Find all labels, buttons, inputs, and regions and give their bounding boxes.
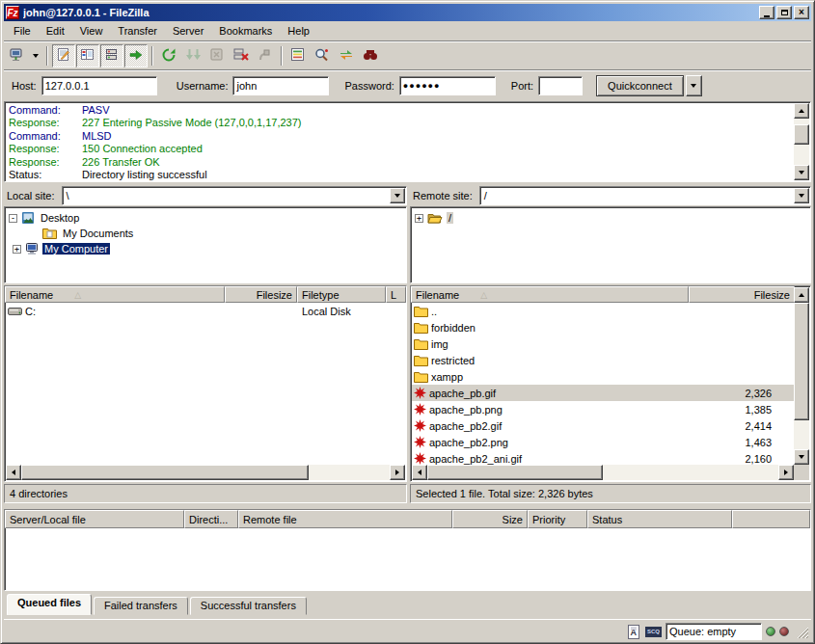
queue-header: Server/Local file Directi... Remote file… — [5, 510, 810, 528]
file-row[interactable]: apache_pb2.gif 2,414 — [412, 417, 794, 434]
scroll-right-button[interactable] — [778, 465, 794, 480]
file-row[interactable]: apache_pb2_ani.gif 2,160 — [412, 450, 794, 465]
file-row-selected[interactable]: apache_pb.gif 2,326 — [412, 385, 794, 401]
quickconnect-dropdown-button[interactable] — [686, 75, 702, 96]
column-header-size[interactable]: Size — [452, 510, 528, 528]
directory-comparison-button[interactable] — [311, 44, 334, 67]
folder-row[interactable]: .. — [412, 303, 794, 319]
column-header-status[interactable]: Status — [587, 510, 732, 528]
triangle-right-icon — [395, 470, 399, 475]
synchronized-browsing-icon — [339, 47, 354, 65]
tree-item-root[interactable]: + / — [415, 210, 810, 226]
disconnect-button[interactable] — [230, 44, 253, 67]
menu-view[interactable]: View — [72, 23, 111, 39]
log-vertical-scrollbar[interactable] — [794, 103, 809, 180]
column-header-filetype[interactable]: Filetype — [297, 286, 386, 303]
menu-file[interactable]: File — [6, 23, 39, 39]
scrollbar-thumb[interactable] — [794, 124, 809, 145]
password-input[interactable] — [399, 76, 496, 95]
column-header-remote-file[interactable]: Remote file — [238, 510, 452, 528]
file-row[interactable]: apache_pb2.png 1,463 — [412, 434, 794, 450]
close-button[interactable]: × — [794, 6, 809, 19]
message-log[interactable]: Command:PASV Response:227 Entering Passi… — [4, 101, 811, 182]
toggle-message-log-button[interactable] — [52, 44, 75, 67]
toggle-transfer-queue-button[interactable] — [124, 44, 148, 67]
column-header-filename[interactable]: Filename△ — [411, 286, 689, 303]
folder-row[interactable]: xampp — [412, 368, 794, 385]
tab-failed-transfers[interactable]: Failed transfers — [94, 597, 188, 615]
remote-horizontal-scrollbar[interactable] — [412, 465, 794, 480]
minimize-icon — [764, 15, 770, 17]
remote-vertical-scrollbar[interactable] — [794, 287, 809, 465]
column-header-filesize[interactable]: Filesize — [689, 286, 795, 303]
folder-row[interactable]: restricted — [412, 352, 794, 368]
scroll-left-button[interactable] — [412, 465, 427, 480]
scroll-down-button[interactable] — [794, 165, 809, 180]
synchronized-browsing-button[interactable] — [335, 44, 358, 67]
tree-item-desktop[interactable]: - Desktop — [9, 210, 406, 226]
local-directory-tree[interactable]: - Desktop My Documents + My Computer — [4, 206, 407, 283]
reconnect-button[interactable] — [254, 44, 277, 67]
expand-expander-icon[interactable]: + — [13, 245, 21, 254]
maximize-button[interactable] — [776, 6, 792, 19]
site-manager-dropdown-button[interactable] — [29, 44, 42, 67]
folder-row[interactable]: img — [412, 335, 794, 352]
column-header-filename[interactable]: Filename△ — [5, 286, 225, 303]
status-indicator-icon[interactable]: SCQ — [645, 627, 662, 637]
tree-item-my-computer[interactable]: + My Computer — [9, 241, 406, 256]
tab-queued-files[interactable]: Queued files — [7, 594, 92, 615]
toggle-remote-tree-button[interactable] — [100, 44, 123, 67]
local-file-list[interactable]: Filename△ Filesize Filetype L C: Local D… — [4, 285, 407, 482]
folder-row[interactable]: forbidden — [412, 319, 794, 335]
column-header-priority[interactable]: Priority — [528, 510, 587, 528]
column-header-filesize[interactable]: Filesize — [225, 286, 297, 303]
local-site-dropdown-button[interactable] — [390, 188, 405, 203]
minimize-button[interactable] — [759, 6, 774, 19]
scrollbar-thumb[interactable] — [21, 465, 309, 480]
title-bar[interactable]: Fz john@127.0.0.1 - FileZilla × — [4, 4, 811, 21]
scroll-up-button[interactable] — [794, 287, 809, 303]
menu-server[interactable]: Server — [165, 23, 211, 39]
remote-site-combo[interactable]: / — [479, 186, 811, 205]
file-row-c-drive[interactable]: C: Local Disk — [6, 303, 405, 319]
local-horizontal-scrollbar[interactable] — [6, 465, 405, 480]
scroll-right-button[interactable] — [390, 465, 405, 480]
quickconnect-button[interactable]: Quickconnect — [596, 75, 684, 96]
scroll-up-button[interactable] — [794, 103, 809, 119]
scrollbar-thumb[interactable] — [794, 303, 809, 420]
scrollbar-thumb[interactable] — [427, 465, 603, 480]
log-line: Response:150 Connection accepted — [9, 143, 810, 155]
log-line: Status:Directory listing successful — [9, 169, 810, 181]
process-queue-button[interactable] — [181, 44, 204, 67]
column-header-direction[interactable]: Directi... — [184, 510, 238, 528]
port-input[interactable] — [538, 76, 583, 95]
menu-transfer[interactable]: Transfer — [110, 23, 165, 39]
search-files-button[interactable] — [359, 44, 382, 67]
transfer-queue[interactable]: Server/Local file Directi... Remote file… — [4, 509, 811, 591]
directory-listing-filters-button[interactable] — [286, 44, 310, 67]
column-header-server-local-file[interactable]: Server/Local file — [5, 510, 184, 528]
menu-edit[interactable]: Edit — [39, 23, 72, 39]
tree-item-my-documents[interactable]: My Documents — [9, 226, 406, 241]
local-site-combo[interactable]: \ — [62, 186, 407, 205]
scroll-down-button[interactable] — [794, 449, 809, 465]
file-row[interactable]: apache_pb.png 1,385 — [412, 401, 794, 417]
remote-directory-tree[interactable]: + / — [410, 206, 811, 283]
cancel-button[interactable] — [205, 44, 229, 67]
tab-successful-transfers[interactable]: Successful transfers — [190, 597, 307, 615]
menu-bookmarks[interactable]: Bookmarks — [211, 23, 280, 39]
scroll-left-button[interactable] — [6, 465, 21, 480]
toggle-local-tree-button[interactable] — [76, 44, 99, 67]
host-input[interactable] — [41, 76, 157, 95]
remote-file-list[interactable]: Filename△ Filesize .. forbidden img rest… — [410, 285, 811, 482]
remote-site-dropdown-button[interactable] — [794, 188, 809, 203]
site-manager-button[interactable] — [5, 44, 28, 67]
collapse-expander-icon[interactable]: - — [9, 214, 17, 223]
refresh-button[interactable] — [157, 44, 180, 67]
expand-expander-icon[interactable]: + — [415, 214, 423, 223]
resize-grip[interactable] — [795, 625, 809, 639]
transfer-type-ascii-icon[interactable]: A — [627, 625, 641, 639]
username-input[interactable] — [232, 76, 329, 95]
column-header-last-modified[interactable]: L — [386, 286, 406, 303]
menu-help[interactable]: Help — [280, 23, 317, 39]
